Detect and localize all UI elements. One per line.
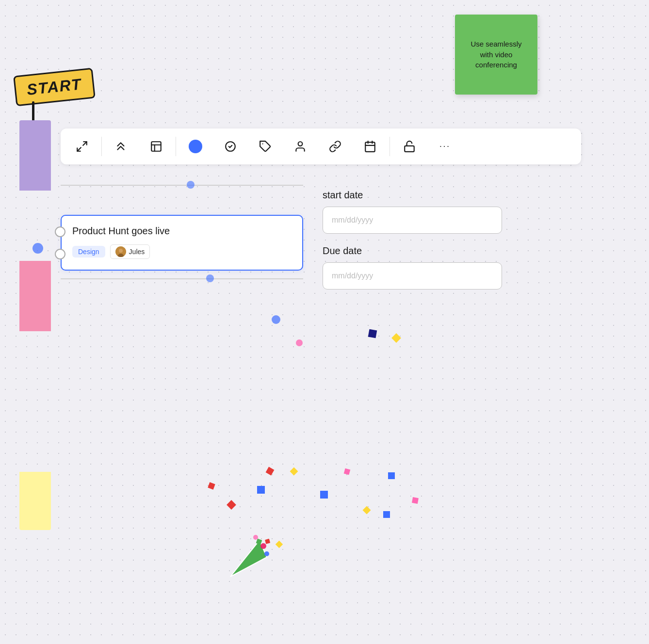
task-tags: Design Jules [72, 244, 292, 259]
scatter-dia-1 [391, 333, 401, 343]
confetti-2 [257, 486, 265, 494]
strip-purple [19, 120, 51, 191]
calendar-button[interactable] [353, 129, 388, 164]
party-popper [221, 531, 279, 591]
svg-rect-23 [265, 539, 270, 544]
toolbar-divider-2 [176, 137, 176, 156]
expand-button[interactable] [65, 129, 99, 164]
confetti-4 [208, 482, 215, 489]
date-panel: start date Due date [323, 176, 581, 301]
svg-rect-2 [151, 142, 161, 151]
timeline-line-bottom [61, 278, 303, 279]
more-icon [438, 140, 451, 153]
task-area: Product Hunt goes live Design Jules [61, 176, 581, 301]
toolbar-divider-3 [389, 137, 390, 156]
task-title: Product Hunt goes live [72, 225, 292, 237]
blue-circle-icon [189, 140, 202, 153]
link-icon [329, 140, 341, 153]
blue-dot-left [32, 243, 43, 254]
task-card[interactable]: Product Hunt goes live Design Jules [61, 215, 303, 271]
svg-point-17 [119, 249, 123, 253]
confetti-6 [363, 506, 371, 515]
sticky-note-text: Use seamlessly with video conferencing [464, 39, 529, 70]
handle-circle-bottom [55, 249, 65, 259]
more-button[interactable] [427, 129, 462, 164]
confetti-9 [266, 467, 275, 476]
timeline-line [61, 185, 303, 186]
jira-icon [115, 140, 128, 153]
svg-point-20 [260, 543, 266, 549]
tag-icon [259, 140, 272, 153]
lock-icon [403, 140, 416, 153]
confetti-7 [344, 468, 350, 475]
svg-rect-8 [365, 142, 375, 152]
svg-point-21 [264, 551, 269, 556]
confetti-1 [227, 500, 236, 510]
layout-button[interactable] [139, 129, 174, 164]
person-name: Jules [129, 248, 145, 256]
start-date-label: start date [323, 190, 581, 201]
check-button[interactable] [213, 129, 248, 164]
confetti-8 [383, 511, 390, 518]
due-date-input[interactable] [323, 262, 502, 290]
svg-line-1 [77, 147, 81, 151]
flag-text: START [26, 75, 82, 98]
card-handles [55, 226, 65, 259]
confetti-10 [412, 497, 419, 504]
sticky-note: Use seamlessly with video conferencing [455, 15, 537, 95]
svg-rect-12 [405, 146, 414, 152]
expand-icon [76, 140, 88, 153]
svg-point-13 [440, 146, 441, 147]
strip-yellow [19, 472, 51, 530]
start-date-input[interactable] [323, 207, 502, 234]
layout-icon [150, 140, 162, 153]
scatter-sq-1 [368, 329, 377, 338]
confetti-3 [290, 467, 298, 476]
main-area: Product Hunt goes live Design Jules [61, 129, 581, 301]
handle-circle-top [55, 226, 65, 237]
toolbar [61, 129, 581, 164]
flag-body: START [13, 68, 95, 107]
lock-button[interactable] [392, 129, 427, 164]
toolbar-divider [101, 137, 102, 156]
timeline-dot-bottom [206, 274, 214, 282]
svg-line-0 [83, 142, 87, 145]
color-button[interactable] [178, 129, 213, 164]
avatar-img [115, 246, 126, 257]
scatter-dot-1 [272, 315, 280, 324]
start-flag: START [15, 72, 94, 102]
strip-pink [19, 261, 51, 331]
card-column: Product Hunt goes live Design Jules [61, 176, 303, 286]
avatar [115, 246, 126, 257]
link-button[interactable] [318, 129, 353, 164]
svg-point-15 [448, 146, 449, 147]
confetti-11 [388, 472, 395, 479]
party-popper-svg [221, 531, 279, 589]
confetti-5 [320, 491, 328, 499]
svg-point-24 [253, 535, 258, 540]
tag-button[interactable] [248, 129, 283, 164]
calendar-icon [364, 140, 376, 153]
svg-point-14 [444, 146, 445, 147]
color-strip [19, 120, 51, 530]
check-circle-icon [224, 140, 237, 153]
svg-point-7 [298, 142, 303, 146]
jira-button[interactable] [104, 129, 139, 164]
due-date-label: Due date [323, 245, 581, 257]
timeline-dot [187, 181, 195, 189]
scatter-dot-2 [296, 339, 303, 346]
person-icon [294, 140, 307, 153]
person-tag[interactable]: Jules [110, 244, 150, 259]
person-button[interactable] [283, 129, 318, 164]
sidebar-strips [19, 120, 51, 530]
design-tag[interactable]: Design [72, 246, 105, 258]
